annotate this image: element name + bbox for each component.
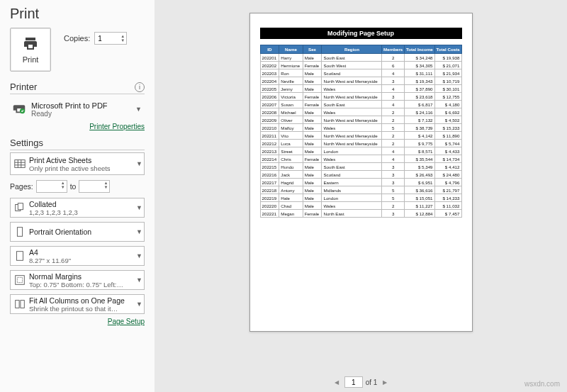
table-row: 202202HermioneFemaleSouth West6$ 34,305$…: [260, 62, 461, 69]
collate-icon: [11, 201, 29, 214]
stepper-arrows[interactable]: ▲▼: [119, 34, 126, 43]
margins-icon: [11, 274, 29, 286]
chevron-down-icon: ▼: [135, 301, 144, 308]
page-setup-link[interactable]: Page Setup: [10, 318, 145, 325]
preview-table: IDNameSexRegionMembersTotal IncomeTotal …: [260, 45, 462, 218]
print-button[interactable]: Print: [10, 28, 51, 72]
settings-section-label: Settings: [10, 138, 43, 148]
svg-rect-10: [16, 276, 25, 285]
col-header: Total Costs: [434, 45, 461, 54]
info-icon[interactable]: i: [135, 82, 145, 92]
printer-status: Ready: [31, 110, 134, 118]
svg-rect-12: [16, 301, 19, 308]
portrait-icon: [11, 225, 29, 238]
paper-icon: [11, 250, 29, 262]
print-button-label: Print: [23, 55, 39, 64]
print-what-select[interactable]: Print Active SheetsOnly print the active…: [10, 152, 145, 175]
svg-rect-9: [17, 252, 23, 261]
page-navigator[interactable]: ◀ of 1 ▶: [332, 376, 391, 388]
table-row: 202218AntonyMaleMidlands5$ 36,616$ 21,79…: [260, 186, 461, 194]
table-row: 202217HagridMaleEastern3$ 6,951$ 4,796: [260, 179, 461, 186]
table-row: 202210MalfoyMaleWales5$ 38,739$ 15,233: [260, 124, 461, 132]
orientation-select[interactable]: Portrait Orientation ▼: [10, 222, 145, 242]
table-row: 202201HarryMaleSouth East2$ 34,248$ 19,9…: [260, 54, 461, 62]
table-row: 202221MeganFemaleNorth East3$ 12,884$ 7,…: [260, 210, 461, 218]
svg-rect-11: [17, 277, 22, 282]
paper-size-select[interactable]: A48.27" x 11.69" ▼: [10, 246, 145, 266]
table-row: 202220ChadMaleWales2$ 11,227$ 11,032: [260, 202, 461, 210]
printer-section-label: Printer: [10, 82, 37, 92]
prev-page-button[interactable]: ◀: [332, 379, 342, 386]
chevron-down-icon: ▼: [135, 204, 144, 211]
table-row: 202208MichaelMaleWales2$ 24,116$ 6,692: [260, 108, 461, 116]
printer-icon: [21, 35, 40, 52]
printer-device-icon: [11, 100, 27, 118]
page-number-input[interactable]: [344, 376, 363, 388]
chevron-down-icon: ▼: [135, 228, 144, 235]
table-row: 202219HaleMaleLondon5$ 15,051$ 14,233: [260, 194, 461, 202]
table-row: 202207SusanFemaleSouth East4$ 6,817$ 4,1…: [260, 101, 461, 108]
table-row: 202211VitoMaleNorth West and Merseyside2…: [260, 132, 461, 140]
col-header: ID: [260, 45, 279, 54]
copies-input[interactable]: [95, 33, 119, 44]
pages-label: Pages:: [10, 182, 33, 191]
sheets-icon: [11, 157, 29, 170]
next-page-button[interactable]: ▶: [380, 379, 390, 386]
table-row: 202203RonMaleScotland4$ 31,111$ 21,934: [260, 69, 461, 77]
watermark: wsxdn.com: [524, 380, 560, 388]
chevron-down-icon: ▼: [134, 106, 143, 113]
table-row: 202215HundoMaleSouth East3$ 5,349$ 4,412: [260, 163, 461, 171]
page-count-label: of 1: [366, 379, 378, 386]
svg-rect-1: [15, 160, 25, 168]
svg-rect-8: [17, 228, 22, 237]
copies-stepper[interactable]: ▲▼: [94, 32, 127, 45]
pages-from-input[interactable]: ▲▼: [36, 180, 67, 193]
margins-select[interactable]: Normal MarginsTop: 0.75" Bottom: 0.75" L…: [10, 270, 145, 290]
table-row: 202216JackMaleScotland3$ 26,493$ 24,480: [260, 171, 461, 179]
printer-select[interactable]: Microsoft Print to PDF Ready ▼: [10, 97, 145, 121]
chevron-down-icon: ▼: [135, 252, 144, 259]
collate-select[interactable]: Collated1,2,3 1,2,3 1,2,3 ▼: [10, 198, 145, 218]
table-row: 202209OliverMaleNorth West and Merseysid…: [260, 116, 461, 124]
table-row: 202213StreetMaleLondon4$ 8,571$ 4,433: [260, 147, 461, 155]
svg-rect-13: [21, 301, 24, 308]
table-row: 202214ChrisFemaleWales4$ 35,544$ 14,734: [260, 155, 461, 163]
chevron-down-icon: ▼: [135, 160, 144, 167]
col-header: Total Income: [404, 45, 434, 54]
col-header: Region: [322, 45, 382, 54]
copies-label: Copies:: [64, 34, 90, 43]
table-row: 202204NevilleMaleNorth West and Merseysi…: [260, 77, 461, 85]
pages-to-label: to: [70, 182, 77, 191]
page-title: Print: [10, 6, 145, 22]
chevron-down-icon: ▼: [135, 276, 144, 284]
preview-title: Modifying Page Setup: [260, 28, 462, 39]
table-row: 202212LucaMaleNorth West and Merseyside2…: [260, 140, 461, 147]
scaling-select[interactable]: Fit All Columns on One PageShrink the pr…: [10, 294, 145, 314]
table-row: 202205JennyMaleWales4$ 37,890$ 30,101: [260, 85, 461, 93]
col-header: Sex: [303, 45, 322, 54]
print-preview-area: Modifying Page Setup IDNameSexRegionMemb…: [155, 0, 567, 392]
fit-columns-icon: [11, 298, 29, 310]
printer-name: Microsoft Print to PDF: [31, 101, 134, 110]
col-header: Name: [279, 45, 303, 54]
col-header: Members: [382, 45, 405, 54]
svg-rect-7: [18, 203, 23, 210]
preview-page: Modifying Page Setup IDNameSexRegionMemb…: [249, 13, 473, 332]
pages-to-input[interactable]: ▲▼: [79, 180, 110, 193]
printer-properties-link[interactable]: Printer Properties: [10, 123, 145, 130]
table-row: 202206VictoriaFemaleNorth West and Merse…: [260, 93, 461, 101]
